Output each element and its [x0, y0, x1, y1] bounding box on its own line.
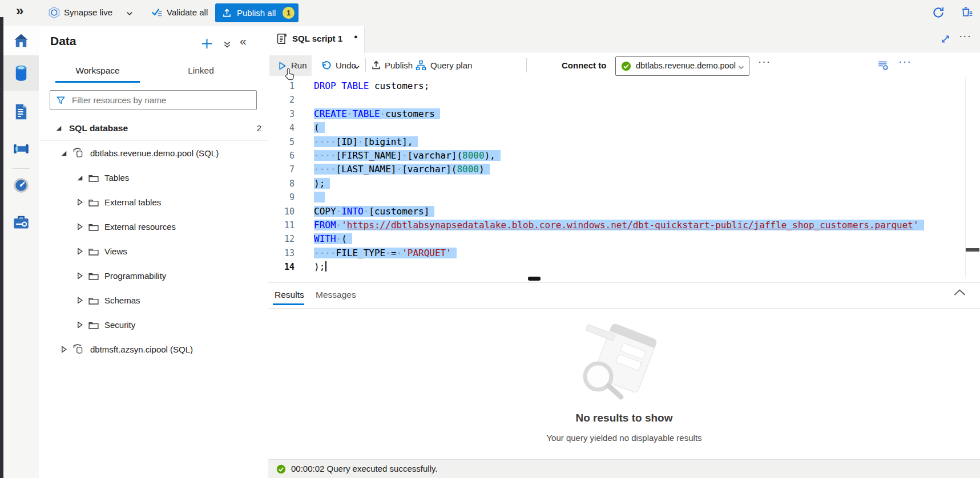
code-line-9[interactable]: 9 [268, 191, 980, 204]
chevron-expanded-icon[interactable] [75, 173, 84, 182]
chevron-collapsed-icon[interactable] [75, 321, 84, 329]
run-play-icon[interactable] [277, 61, 287, 71]
code-line-12[interactable]: 12WITH·( [268, 232, 980, 246]
scrollbar-thumb[interactable] [966, 248, 979, 252]
tab-messages[interactable]: Messages [316, 290, 356, 300]
unsaved-changes-dot: ● [354, 33, 358, 40]
home-icon [13, 33, 30, 48]
chevron-collapsed-icon[interactable] [59, 345, 68, 354]
resource-tree: SQL database2dbtlabs.revenue.demo.pool (… [39, 116, 268, 362]
code-line-content: ); [314, 177, 330, 191]
toolbar-more-icon[interactable]: ··· [758, 55, 771, 68]
code-line-4[interactable]: 4( [268, 121, 980, 135]
code-line-content: ····[LAST_NAME]·[varchar](8000) [314, 163, 490, 176]
undo-icon[interactable] [321, 60, 332, 71]
success-check-icon [276, 464, 286, 474]
collapse-menu-icon[interactable]: » [16, 3, 22, 19]
pool-selector-dropdown[interactable]: dbtlabs.revenue.demo.pool [615, 56, 749, 76]
chevron-expanded-icon[interactable] [54, 124, 63, 132]
selection-highlight: CREATE·TABLE·customers [314, 108, 440, 119]
selection-highlight: ( [314, 122, 325, 133]
code-line-5[interactable]: 5····[ID]·[bigint], [268, 135, 980, 149]
tab-linked[interactable]: Linked [159, 66, 243, 83]
chevron-expanded-icon[interactable] [59, 149, 68, 157]
chevron-down-icon[interactable] [126, 10, 134, 18]
editor-more-icon[interactable]: ··· [898, 55, 912, 68]
code-line-3[interactable]: 3CREATE·TABLE·customers [268, 107, 980, 121]
environment-selector[interactable]: Synapse live [64, 7, 112, 17]
code-line-7[interactable]: 7····[LAST_NAME]·[varchar](8000) [268, 163, 980, 176]
code-line-11[interactable]: 11FROM·'https://dbtlabsynapsedatalake.bl… [268, 218, 980, 232]
code-line-10[interactable]: 10COPY·INTO·[customers] [268, 205, 980, 218]
line-number: 10 [268, 205, 295, 218]
top-bar: » Synapse live Validate all Publish all … [0, 0, 980, 26]
publish-icon[interactable] [371, 60, 381, 70]
tab-results[interactable]: Results [275, 290, 304, 300]
chevron-down-icon [737, 64, 745, 71]
sidebar-item-integrate[interactable] [3, 133, 39, 165]
code-line-8[interactable]: 8); [268, 177, 980, 191]
tree-item-dbtlabs-revenue-demo-pool-sql[interactable]: dbtlabs.revenue.demo.pool (SQL) [39, 141, 268, 165]
code-line-content: ····[ID]·[bigint], [314, 135, 418, 149]
publish-all-button[interactable]: Publish all 1 [215, 3, 299, 22]
selection-highlight: FROM·'https://dbtlabsynapsedatalake.blob… [314, 220, 924, 230]
publish-button[interactable]: Publish [385, 60, 413, 70]
query-plan-icon[interactable] [416, 60, 426, 71]
line-number: 1 [268, 79, 295, 93]
tree-item-tables[interactable]: Tables [39, 165, 268, 190]
chevron-collapsed-icon[interactable] [75, 222, 84, 231]
chevron-collapsed-icon[interactable] [75, 198, 84, 206]
tree-item-security[interactable]: Security [39, 313, 268, 337]
validate-all-button[interactable]: Validate all [167, 7, 208, 17]
tree-item-external-tables[interactable]: External tables [39, 190, 268, 214]
chevron-collapsed-icon[interactable] [75, 272, 84, 280]
panel-title: Data [50, 34, 76, 48]
trash-icon[interactable] [960, 5, 974, 19]
sidebar-item-data[interactable] [3, 55, 39, 91]
gauge-icon [13, 177, 29, 193]
sidebar-item-monitor[interactable] [3, 169, 39, 201]
selection-highlight: COPY·INTO·[customers] [314, 206, 434, 217]
tree-item-dbtmsft-azsyn-cipool-sql[interactable]: dbtmsft.azsyn.cipool (SQL) [39, 337, 268, 362]
connect-to-label: Connect to [562, 60, 606, 70]
tree-item-external-resources[interactable]: External resources [39, 214, 268, 239]
line-number: 11 [268, 218, 295, 232]
tree-item-programmability[interactable]: Programmability [39, 264, 268, 288]
code-line-13[interactable]: 13····FILE_TYPE·=·'PARQUET' [268, 246, 980, 260]
code-line-1[interactable]: 1DROP TABLE customers; [268, 79, 980, 93]
sidebar-item-manage[interactable] [3, 206, 39, 239]
results-panel: Results Messages [268, 282, 980, 460]
refresh-icon[interactable] [931, 6, 945, 19]
query-plan-button[interactable]: Query plan [430, 60, 472, 70]
tree-item-views[interactable]: Views [39, 239, 268, 264]
code-editor[interactable]: 1DROP TABLE customers;23CREATE·TABLE·cus… [268, 78, 980, 279]
tab-sql-script-1[interactable]: SQL script 1 ● [268, 26, 365, 53]
chevron-collapsed-icon[interactable] [75, 296, 84, 305]
tree-item-schemas[interactable]: Schemas [39, 288, 268, 313]
tree-item-sql-database[interactable]: SQL database2 [39, 116, 268, 141]
tree-item-label: External tables [104, 197, 161, 207]
status-message: 00:00:02 Query executed successfully. [291, 464, 438, 473]
undo-dropdown-chevron-icon[interactable] [353, 63, 361, 71]
tab-bar-more-icon[interactable]: ··· [959, 30, 971, 42]
chevron-collapsed-icon[interactable] [75, 247, 84, 256]
code-line-6[interactable]: 6····[FIRST_NAME]·[varchar](8000), [268, 149, 980, 163]
code-line-2[interactable]: 2 [268, 93, 980, 107]
active-tab-underline [55, 81, 140, 83]
double-chevron-down-icon[interactable] [223, 40, 232, 49]
sidebar-item-develop[interactable] [3, 95, 39, 128]
code-line-14[interactable]: 14); [268, 260, 980, 274]
tree-item-label: SQL database [69, 123, 128, 133]
tab-title: SQL script 1 [292, 34, 342, 43]
sidebar-item-home[interactable] [3, 26, 39, 55]
properties-icon[interactable] [877, 59, 889, 71]
expand-editor-icon[interactable] [941, 34, 950, 44]
collapse-panel-icon[interactable]: « [240, 34, 247, 48]
collapse-results-chevron-icon[interactable] [952, 287, 967, 297]
run-button[interactable]: Run [291, 60, 307, 70]
connected-check-icon [621, 61, 631, 71]
panel-splitter-handle[interactable] [528, 277, 541, 281]
add-resource-icon[interactable] [201, 38, 213, 50]
tab-workspace[interactable]: Workspace [55, 66, 140, 83]
filter-resources-input[interactable] [71, 91, 253, 110]
